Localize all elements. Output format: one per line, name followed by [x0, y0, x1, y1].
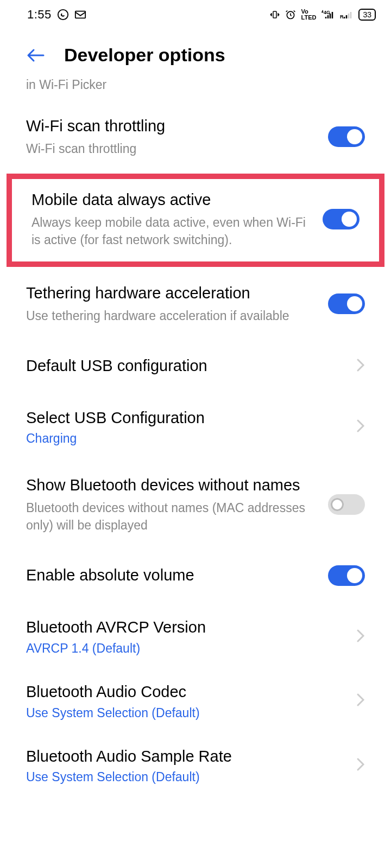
setting-value: Use System Selection (Default) — [26, 706, 346, 720]
toggle-wifi-throttling[interactable] — [328, 126, 365, 147]
setting-mobile-data-active[interactable]: Mobile data always active Always keep mo… — [12, 179, 379, 261]
setting-title: Bluetooth Audio Sample Rate — [26, 746, 346, 767]
status-time: 1:55 — [27, 8, 52, 22]
gmail-icon — [74, 10, 86, 20]
svg-text:R: R — [340, 14, 344, 20]
status-right: VoLTED ⁴4G R 33 — [270, 9, 376, 21]
svg-rect-2 — [273, 11, 276, 18]
signal-r-icon: R — [340, 10, 353, 20]
setting-absolute-volume[interactable]: Enable absolute volume — [0, 547, 391, 604]
header: Developer options — [0, 26, 391, 71]
setting-title: Enable absolute volume — [26, 565, 318, 586]
setting-wifi-throttling[interactable]: Wi-Fi scan throttling Wi-Fi scan throttl… — [0, 92, 391, 170]
setting-tethering-accel[interactable]: Tethering hardware acceleration Use teth… — [0, 270, 391, 337]
setting-title: Bluetooth AVRCP Version — [26, 617, 346, 638]
setting-title: Default USB configuration — [26, 356, 346, 376]
alarm-icon — [285, 9, 296, 20]
clipped-setting-desc: in Wi-Fi Picker — [0, 74, 391, 92]
setting-desc: Use tethering hardware acceleration if a… — [26, 307, 318, 324]
chevron-right-icon — [356, 629, 365, 645]
signal-4g-icon: ⁴4G — [321, 10, 335, 20]
toggle-absolute-volume[interactable] — [328, 565, 365, 586]
chevron-right-icon — [356, 693, 365, 709]
vibrate-icon — [270, 10, 280, 20]
page-title: Developer options — [64, 44, 225, 66]
svg-text:⁴4G: ⁴4G — [321, 10, 330, 15]
setting-avrcp-version[interactable]: Bluetooth AVRCP Version AVRCP 1.4 (Defau… — [0, 604, 391, 669]
chevron-right-icon — [356, 757, 365, 774]
svg-rect-1 — [75, 11, 85, 18]
setting-title: Mobile data always active — [31, 190, 313, 210]
status-bar: 1:55 VoLTED ⁴4G R 33 — [0, 0, 391, 26]
highlight-annotation: Mobile data always active Always keep mo… — [7, 174, 384, 267]
volte-icon: VoLTED — [301, 9, 317, 21]
status-left: 1:55 — [27, 8, 86, 22]
setting-title: Select USB Configuration — [26, 408, 346, 429]
settings-list: in Wi-Fi Picker Wi-Fi scan throttling Wi… — [0, 71, 391, 797]
setting-value: Charging — [26, 431, 346, 446]
setting-bt-codec[interactable]: Bluetooth Audio Codec Use System Selecti… — [0, 669, 391, 733]
toggle-bt-no-names[interactable] — [328, 494, 365, 515]
setting-value: Use System Selection (Default) — [26, 770, 346, 784]
svg-point-0 — [58, 10, 68, 20]
setting-title: Bluetooth Audio Codec — [26, 682, 346, 703]
setting-bt-sample-rate[interactable]: Bluetooth Audio Sample Rate Use System S… — [0, 733, 391, 798]
setting-desc: Bluetooth devices without names (MAC add… — [26, 499, 318, 534]
setting-title: Tethering hardware acceleration — [26, 283, 318, 304]
battery-icon: 33 — [358, 9, 376, 21]
back-button[interactable] — [26, 48, 45, 63]
chevron-right-icon — [356, 358, 365, 374]
whatsapp-icon — [57, 9, 69, 21]
setting-value: AVRCP 1.4 (Default) — [26, 641, 346, 656]
setting-desc: Wi-Fi scan throttling — [26, 140, 318, 157]
toggle-tethering-accel[interactable] — [328, 293, 365, 314]
setting-select-usb[interactable]: Select USB Configuration Charging — [0, 395, 391, 459]
setting-desc: Always keep mobile data active, even whe… — [31, 214, 313, 248]
setting-default-usb[interactable]: Default USB configuration — [0, 337, 391, 395]
chevron-right-icon — [356, 419, 365, 435]
setting-title: Show Bluetooth devices without names — [26, 475, 318, 496]
toggle-mobile-data-active[interactable] — [323, 209, 360, 229]
setting-bt-no-names[interactable]: Show Bluetooth devices without names Blu… — [0, 459, 391, 547]
setting-title: Wi-Fi scan throttling — [26, 116, 318, 137]
